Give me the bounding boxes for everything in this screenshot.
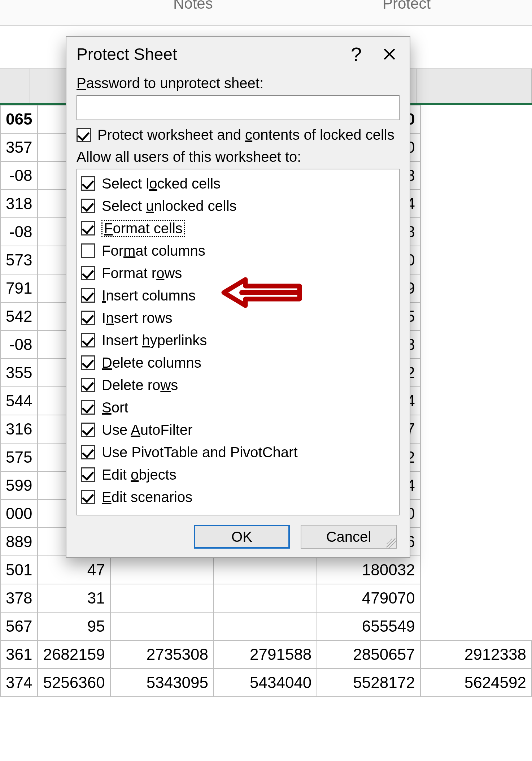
permission-label: Use AutoFilter [102,422,192,438]
data-cell[interactable]: 5624592 [420,669,532,697]
permission-label: Format cells [102,220,185,237]
data-cell[interactable]: 889 [0,528,38,556]
data-cell[interactable]: 180032 [317,556,420,584]
ribbon-area: Notes Protect [0,0,532,25]
permission-row[interactable]: Select locked cells [81,172,395,195]
data-cell[interactable] [214,584,317,612]
data-cell[interactable]: 355 [0,359,38,387]
protect-sheet-dialog: Protect Sheet ? Password to unprotect sh… [66,36,410,558]
permission-label: Format rows [102,265,182,281]
data-cell[interactable]: 791 [0,274,38,302]
data-cell[interactable]: 5434040 [214,669,317,697]
help-button[interactable]: ? [340,42,373,67]
permission-row[interactable]: Insert columns [81,284,395,307]
permission-row[interactable]: Format cells [81,217,395,239]
permission-row[interactable]: Edit scenarios [81,486,395,508]
data-cell[interactable]: 542 [0,302,38,330]
permissions-listbox[interactable]: Select locked cellsSelect unlocked cells… [77,169,400,515]
permission-label: Use PivotTable and PivotChart [102,444,298,461]
permission-checkbox[interactable] [81,221,95,235]
permission-checkbox[interactable] [81,400,95,415]
permission-row[interactable]: Insert hyperlinks [81,329,395,351]
data-cell[interactable]: 31 [38,584,110,612]
ok-button-label: OK [231,529,252,545]
data-cell[interactable] [110,584,214,612]
permission-checkbox[interactable] [81,445,95,459]
data-cell[interactable]: 47 [38,556,110,584]
permission-label: Delete rows [102,377,178,393]
permission-label: Insert rows [102,310,173,326]
permission-row[interactable]: Format rows [81,262,395,284]
data-cell[interactable]: 000 [0,500,38,528]
permission-row[interactable]: Sort [81,396,395,419]
permission-checkbox[interactable] [81,199,95,213]
permission-row[interactable]: Delete rows [81,374,395,396]
data-cell[interactable]: 2791588 [214,640,317,669]
permission-checkbox[interactable] [81,266,95,280]
data-cell[interactable]: 599 [0,471,38,500]
data-cell[interactable]: 5528172 [317,669,420,697]
permission-label: Delete columns [102,355,201,371]
data-cell[interactable]: 95 [38,612,110,640]
permission-label: Edit scenarios [102,489,192,505]
data-cell[interactable]: 573 [0,246,38,274]
ok-button[interactable]: OK [194,525,290,549]
permission-checkbox[interactable] [81,311,95,325]
data-cell[interactable]: 374 [0,669,38,697]
data-cell[interactable] [214,612,317,640]
password-input[interactable] [77,95,400,120]
data-cell[interactable]: -08 [0,218,38,246]
permission-checkbox[interactable] [81,333,95,347]
data-cell[interactable]: -08 [0,161,38,190]
data-cell[interactable]: 357 [0,133,38,161]
permission-checkbox[interactable] [81,378,95,392]
data-cell[interactable]: 501 [0,556,38,584]
data-cell[interactable]: 2682159 [38,640,110,669]
data-cell[interactable]: -08 [0,330,38,359]
data-cell[interactable]: 316 [0,415,38,443]
protect-contents-row[interactable]: Protect worksheet and contents of locked… [77,127,400,143]
cancel-button[interactable]: Cancel [301,525,397,549]
permission-checkbox[interactable] [81,467,95,482]
permission-checkbox[interactable] [81,490,95,504]
data-cell[interactable] [214,556,317,584]
data-cell[interactable]: 575 [0,443,38,471]
permission-row[interactable]: Insert rows [81,307,395,329]
permission-row[interactable]: Use PivotTable and PivotChart [81,441,395,463]
permission-checkbox[interactable] [81,355,95,370]
data-cell[interactable]: 2735308 [110,640,214,669]
permission-checkbox[interactable] [81,176,95,191]
data-cell[interactable]: 378 [0,584,38,612]
permission-label: Select unlocked cells [102,198,237,214]
permission-checkbox[interactable] [81,243,95,258]
header-cell[interactable]: 065 [0,105,38,133]
help-icon: ? [351,43,362,65]
data-cell[interactable] [110,612,214,640]
data-cell[interactable]: 361 [0,640,38,669]
data-cell[interactable]: 5256360 [38,669,110,697]
data-cell[interactable]: 5343095 [110,669,214,697]
permission-row[interactable]: Select unlocked cells [81,195,395,217]
permission-row[interactable]: Use AutoFilter [81,419,395,441]
resize-grip-icon[interactable] [387,539,397,549]
data-cell[interactable]: 544 [0,387,38,415]
data-cell[interactable]: 318 [0,190,38,218]
permission-row[interactable]: Delete columns [81,351,395,374]
ribbon-group-protect: Protect [383,0,431,12]
close-button[interactable] [373,42,406,67]
permission-label: Format columns [102,243,205,259]
data-cell[interactable]: 567 [0,612,38,640]
permission-checkbox[interactable] [81,288,95,303]
close-icon [382,47,397,61]
data-cell[interactable]: 2850657 [317,640,420,669]
column-header[interactable] [0,69,30,103]
data-cell[interactable]: 2912338 [420,640,532,669]
data-cell[interactable]: 655549 [317,612,420,640]
protect-contents-checkbox[interactable] [77,128,91,142]
data-cell[interactable]: 479070 [317,584,420,612]
permission-checkbox[interactable] [81,423,95,437]
data-cell[interactable] [110,556,214,584]
permission-row[interactable]: Edit objects [81,463,395,486]
permission-label: Edit objects [102,467,176,483]
permission-row[interactable]: Format columns [81,239,395,262]
